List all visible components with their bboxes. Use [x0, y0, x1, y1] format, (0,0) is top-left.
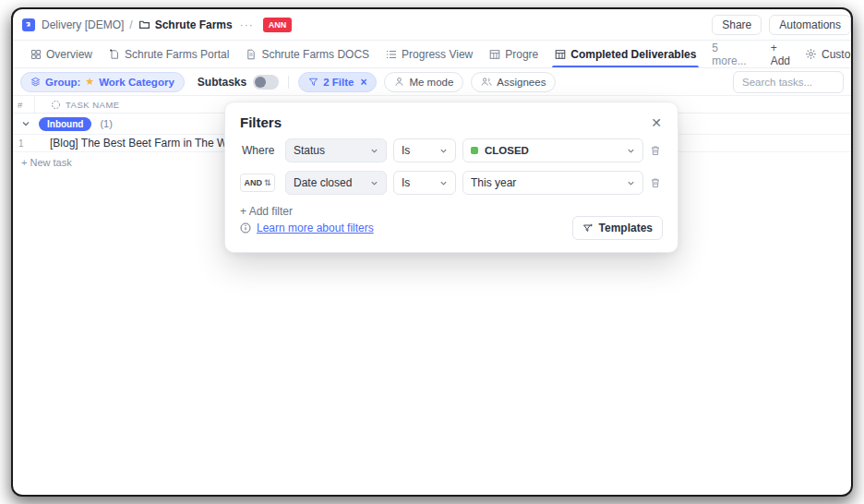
tabbar-actions: Customize New Task: [799, 41, 851, 67]
tab-progress-truncated[interactable]: Progre: [481, 41, 546, 67]
collapse-group-icon[interactable]: [18, 119, 33, 128]
filter-field-dropdown[interactable]: Status: [285, 138, 387, 162]
filters-pill[interactable]: 2 Filte ×: [298, 72, 377, 92]
people-icon: [481, 77, 492, 87]
templates-label: Templates: [599, 222, 653, 234]
tab-label: Progress View: [402, 48, 473, 61]
me-mode-pill[interactable]: Me mode: [384, 72, 463, 92]
clear-filters-icon[interactable]: ×: [360, 76, 366, 89]
customize-label: Customize: [822, 48, 851, 61]
assignees-pill[interactable]: Assignees: [471, 72, 556, 92]
close-icon[interactable]: ✕: [648, 114, 665, 132]
chevron-down-icon: [627, 179, 635, 187]
subtasks-control: Subtasks: [198, 75, 279, 90]
modal-title: Filters: [240, 114, 663, 130]
star-icon: ★: [85, 76, 94, 88]
doc-icon: [246, 49, 257, 60]
filter-icon: [308, 77, 318, 87]
view-tabs: Overview Schrute Farms Portal Schrute Fa…: [13, 41, 851, 68]
filter-row: AND⇅ Date closed Is This year: [240, 171, 663, 195]
column-header-number[interactable]: #: [13, 96, 35, 113]
breadcrumb-separator: /: [129, 18, 132, 31]
sort-arrows-icon: ⇅: [264, 178, 271, 187]
more-icon[interactable]: ···: [240, 18, 254, 31]
filter-conjunction-dropdown[interactable]: AND⇅: [240, 174, 275, 192]
app-window: Delivery [DEMO] / Schrute Farms ··· ANN …: [13, 9, 851, 495]
automations-button[interactable]: Automations: [769, 15, 851, 35]
chevron-down-icon: [370, 179, 378, 187]
assignees-label: Assignees: [497, 77, 546, 88]
learn-more-label[interactable]: Learn more about filters: [257, 222, 374, 234]
breadcrumb-app[interactable]: Delivery [DEMO]: [42, 18, 124, 31]
filter-toolbar: Group: ★ Work Category Subtasks 2 Filte …: [13, 68, 851, 96]
add-view-button[interactable]: + Add: [762, 41, 799, 67]
chevron-down-icon: [439, 179, 448, 187]
tab-label: Overview: [46, 48, 92, 61]
tab-schrute-farms-portal[interactable]: Schrute Farms Portal: [101, 41, 237, 67]
customize-button[interactable]: Customize: [799, 48, 851, 61]
filter-value-dropdown[interactable]: This year: [462, 171, 643, 195]
subtasks-label: Subtasks: [198, 76, 246, 89]
tab-label: Schrute Farms Portal: [125, 48, 229, 61]
app-logo-icon[interactable]: [22, 18, 35, 31]
filter-operator-dropdown[interactable]: Is: [393, 138, 456, 162]
filter-value-dropdown[interactable]: CLOSED: [462, 138, 643, 162]
column-header-task-name[interactable]: TASK NAME: [35, 100, 120, 110]
tab-overview[interactable]: Overview: [22, 41, 101, 67]
row-number: 1: [13, 135, 35, 151]
trash-icon[interactable]: [650, 177, 663, 188]
table-icon: [489, 49, 500, 60]
tab-label: Progre: [505, 48, 538, 61]
top-bar: Delivery [DEMO] / Schrute Farms ··· ANN …: [13, 9, 851, 41]
status-circle-icon: [51, 100, 61, 110]
group-status-pill[interactable]: Inbound: [39, 117, 91, 131]
filter-row: Where Status Is CLOSED: [240, 138, 663, 162]
info-icon: [240, 222, 251, 234]
gear-icon: [805, 48, 817, 60]
subtasks-toggle[interactable]: [253, 75, 279, 90]
tabs-more-button[interactable]: 5 more...: [704, 41, 753, 67]
grid-icon: [30, 49, 42, 60]
chevron-down-icon: [627, 147, 635, 155]
task-name[interactable]: [Blog] The Best Beet Farm in The World: [35, 137, 246, 150]
status-color-swatch: [471, 147, 478, 154]
filters-count-label: 2 Filte: [323, 77, 354, 88]
chevron-down-icon: [439, 147, 448, 155]
templates-button[interactable]: Templates: [572, 216, 663, 240]
toggle-knob: [255, 77, 266, 88]
tab-label: Schrute Farms DOCS: [261, 48, 369, 61]
group-by-pill[interactable]: Group: ★ Work Category: [20, 72, 185, 92]
learn-more-link[interactable]: Learn more about filters: [240, 222, 374, 234]
tab-schrute-farms-docs[interactable]: Schrute Farms DOCS: [237, 41, 378, 67]
filters-modal: Filters ✕ Where Status Is CLOSED: [224, 102, 678, 253]
table-icon: [555, 49, 566, 60]
folder-icon: [138, 18, 150, 30]
breadcrumb-space[interactable]: Schrute Farms: [155, 18, 233, 31]
group-count: (1): [100, 118, 112, 129]
filter-field-dropdown[interactable]: Date closed: [285, 171, 387, 195]
tab-progress-view[interactable]: Progress View: [378, 41, 481, 67]
chevron-down-icon: [370, 147, 378, 155]
modal-footer: Learn more about filters Templates: [240, 216, 663, 240]
me-mode-label: Me mode: [409, 77, 453, 88]
layers-icon: [30, 77, 41, 87]
filter-operator-dropdown[interactable]: Is: [393, 171, 456, 195]
group-by-value: Work Category: [99, 77, 174, 88]
divider: [288, 76, 289, 89]
filter-prefix: Where: [240, 144, 279, 157]
trash-icon[interactable]: [650, 145, 663, 156]
tab-completed-deliverables[interactable]: Completed Deliverables: [546, 41, 704, 67]
status-badge: ANN: [263, 18, 293, 32]
person-icon: [394, 77, 404, 87]
group-by-label: Group:: [45, 77, 80, 88]
search-input[interactable]: [733, 71, 844, 93]
list-icon: [386, 49, 397, 60]
templates-icon: [582, 222, 594, 234]
topbar-actions: Share Automations: [712, 15, 851, 35]
tab-label: Completed Deliverables: [570, 48, 696, 61]
share-button[interactable]: Share: [712, 15, 762, 35]
portal-doc-icon: [109, 49, 120, 60]
